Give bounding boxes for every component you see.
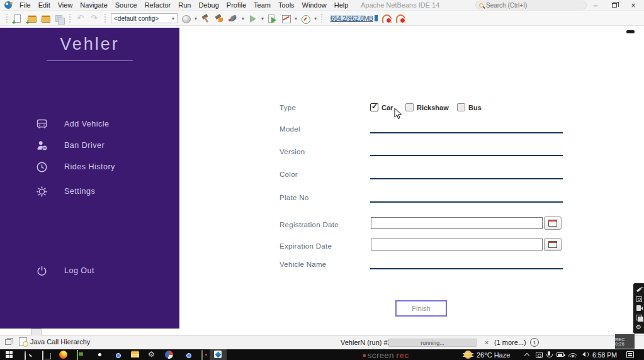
model-input[interactable] — [370, 123, 563, 133]
minimize-button[interactable]: – — [586, 1, 605, 11]
menu-team[interactable]: Team — [250, 1, 274, 9]
menu-source[interactable]: Source — [111, 1, 141, 9]
monitor-app-icon[interactable] — [201, 350, 203, 360]
start-button-icon[interactable] — [5, 351, 13, 359]
menu-navigate[interactable]: Navigate — [76, 1, 111, 9]
clean-and-build-icon[interactable] — [214, 13, 225, 24]
menu-tools[interactable]: Tools — [274, 1, 298, 9]
save-all-icon[interactable] — [54, 13, 65, 24]
menu-edit[interactable]: Edit — [35, 1, 54, 9]
rickshaw-checkbox[interactable] — [405, 103, 414, 111]
memory-indicator[interactable]: 654.2/962.0MB — [330, 15, 378, 22]
registration-date-input[interactable] — [371, 217, 543, 229]
chevron-down-icon[interactable]: ▾ — [195, 16, 197, 21]
sidebar-item-rides-history[interactable]: Rides History — [35, 160, 115, 174]
windows-taskbar: ⚙ screen rec 26°C Haze 6:58 PM — [0, 349, 644, 360]
java-call-hierarchy-tab[interactable]: Java Call Hierarchy — [19, 337, 90, 346]
vehicle-name-label: Vehicle Name — [280, 261, 327, 268]
sidebar-item-add-vehicle[interactable]: Add Vehicle — [35, 117, 110, 131]
search-input[interactable] — [486, 2, 583, 9]
finish-button[interactable]: Finish — [395, 300, 447, 317]
menu-debug[interactable]: Debug — [195, 1, 222, 9]
registration-date-calendar-button[interactable] — [544, 217, 562, 230]
plate-no-input[interactable] — [370, 192, 563, 203]
restore-button[interactable] — [605, 1, 624, 11]
screenrec-collapse-handle[interactable] — [626, 30, 635, 33]
bus-checkbox-item[interactable]: Bus — [457, 103, 482, 111]
weather-icon[interactable] — [464, 351, 472, 359]
settings-gear-icon[interactable]: ⚙ — [147, 351, 155, 359]
car-checkbox-item[interactable]: Car — [370, 103, 393, 111]
run-project-icon[interactable] — [247, 13, 258, 24]
firefox-icon[interactable] — [59, 351, 67, 359]
menu-window[interactable]: Window — [298, 1, 330, 9]
debug-project-icon[interactable] — [228, 13, 239, 24]
menu-run[interactable]: Run — [174, 1, 195, 9]
sidebar-item-settings[interactable]: Settings — [35, 184, 95, 198]
bus-checkbox[interactable] — [457, 103, 465, 111]
version-input[interactable] — [370, 145, 563, 156]
restore-group-icon[interactable] — [5, 339, 11, 345]
title-underline — [47, 60, 133, 61]
redo-icon[interactable] — [89, 13, 100, 24]
wifi-icon[interactable] — [568, 351, 577, 357]
clock-time[interactable]: 6:58 PM — [592, 351, 617, 359]
taskbar-search-icon[interactable] — [24, 351, 32, 359]
menu-view[interactable]: View — [54, 1, 77, 9]
weather-text[interactable]: 26°C Haze — [477, 351, 510, 359]
menu-profile[interactable]: Profile — [223, 1, 250, 9]
chevron-down-icon[interactable]: ▾ — [242, 16, 244, 21]
close-button[interactable]: × — [624, 1, 643, 11]
menu-refactor[interactable]: Refactor — [141, 1, 175, 9]
vehicle-name-input[interactable] — [370, 259, 563, 269]
screenrec-settings-icon[interactable]: ⚙ — [635, 324, 643, 330]
build-project-icon[interactable] — [200, 13, 211, 24]
action-center-icon[interactable] — [626, 351, 634, 358]
progress-close-icon[interactable]: × — [485, 339, 489, 346]
battery-icon[interactable] — [556, 352, 564, 357]
profiler-icon-1[interactable] — [381, 13, 392, 24]
profile-project-icon[interactable] — [281, 13, 291, 24]
tray-window-icon[interactable] — [536, 352, 543, 358]
screenshot-camera-icon[interactable] — [636, 296, 642, 302]
config-dropdown[interactable]: <default config> ▾ — [111, 13, 178, 23]
video-record-icon[interactable] — [636, 305, 641, 311]
menu-file[interactable]: File — [16, 1, 35, 9]
rerun-icon[interactable] — [267, 13, 278, 24]
active-netbeans-taskbar-item[interactable] — [210, 349, 227, 360]
sidebar-item-ban-driver[interactable]: Ban Driver — [35, 138, 105, 152]
undo-icon[interactable] — [76, 13, 86, 24]
car-checkbox[interactable] — [370, 103, 378, 111]
profiler-icon-2[interactable] — [395, 13, 405, 24]
sidebar-item-log-out[interactable]: Log Out — [35, 264, 94, 278]
new-file-icon[interactable] — [13, 13, 23, 24]
expiration-date-input[interactable] — [371, 239, 543, 250]
pen-tool-icon[interactable] — [636, 287, 642, 293]
profile-gauge-icon[interactable] — [300, 13, 311, 24]
chevron-down-icon[interactable]: ▾ — [314, 16, 317, 21]
new-project-icon[interactable] — [26, 13, 37, 24]
chevron-down-icon[interactable]: ▾ — [261, 16, 264, 21]
ide-search-box[interactable] — [475, 1, 587, 9]
sidebar: Vehler Add Vehicle — [0, 28, 179, 329]
microphone-icon[interactable] — [548, 351, 550, 356]
rickshaw-checkbox-item[interactable]: Rickshaw — [405, 103, 449, 111]
notepad-icon[interactable] — [77, 350, 78, 360]
expiration-date-calendar-button[interactable] — [544, 238, 562, 251]
more-tasks-link[interactable]: (1 more...) — [494, 339, 526, 346]
chevron-down-icon[interactable]: ▾ — [295, 16, 297, 21]
volume-icon[interactable] — [580, 352, 585, 357]
screen: File Edit View Navigate Source Refactor … — [0, 0, 644, 360]
notification-badge[interactable]: 1 — [530, 338, 539, 347]
copy-icon[interactable] — [636, 315, 642, 320]
deploy-icon[interactable] — [181, 13, 191, 24]
progress-bar[interactable]: running... — [388, 339, 477, 347]
open-project-icon[interactable] — [40, 13, 51, 24]
tray-chevron-up-icon[interactable] — [524, 353, 529, 358]
color-input[interactable] — [370, 169, 563, 179]
sidebar-item-label: Add Vehicle — [64, 120, 110, 128]
menu-help[interactable]: Help — [330, 1, 353, 9]
sidebar-item-label: Log Out — [64, 266, 94, 275]
browser-ball-icon[interactable] — [165, 351, 173, 359]
task-view-icon[interactable] — [42, 351, 50, 359]
